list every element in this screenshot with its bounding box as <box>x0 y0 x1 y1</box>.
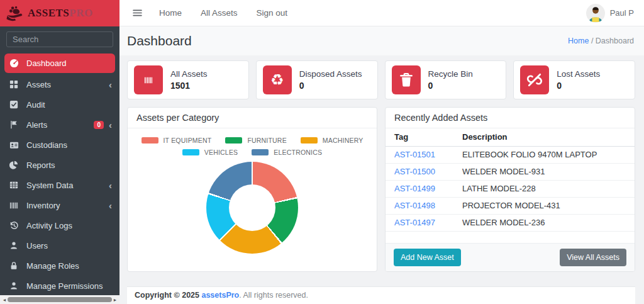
table-row: AST-01500WELDER MODEL-931 <box>386 164 635 181</box>
stat-label: All Assets <box>170 69 208 79</box>
unlink-icon <box>520 65 549 94</box>
hamburger-menu-icon[interactable] <box>132 8 143 18</box>
donut-chart <box>206 162 298 254</box>
nav-link-sign-out[interactable]: Sign out <box>257 8 288 18</box>
assets-per-category-panel: Assets per Category IT EQUIPMENTFURNITUR… <box>127 107 377 272</box>
donut-hole <box>229 184 275 231</box>
sidebar-item-label: Audit <box>26 100 45 110</box>
top-nav-links: HomeAll AssetsSign out <box>159 8 287 18</box>
sidebar-item-reports[interactable]: Reports <box>0 155 119 175</box>
legend-swatch <box>301 137 318 144</box>
donut-chart-wrap <box>128 156 377 271</box>
nav-link-all-assets[interactable]: All Assets <box>201 8 238 18</box>
legend-label: MACHINERY <box>323 137 364 144</box>
sidebar: ASSETSPRO DashboardAssets‹AuditAlerts0‹C… <box>0 0 119 304</box>
legend-label: ELECTRONICS <box>274 149 322 156</box>
legend-item-it-equipment: IT EQUIPMENT <box>142 137 212 144</box>
asset-description: PROJECTOR MODEL-431 <box>453 198 635 215</box>
hand-coins-logo-icon <box>6 5 24 21</box>
table-row: AST-01497WELDER MODEL-236 <box>386 215 635 232</box>
nav-link-home[interactable]: Home <box>159 8 182 18</box>
brand-name: ASSETSPRO <box>28 7 93 20</box>
recent-panel-footer: Add New Asset View All Assets <box>386 243 635 271</box>
scrollbar-thumb[interactable] <box>8 297 112 302</box>
sidebar-item-system-data[interactable]: System Data‹ <box>0 175 119 195</box>
stat-card-all-assets: All Assets1501 <box>127 60 249 99</box>
stat-label: Lost Assets <box>557 69 600 79</box>
add-new-asset-button[interactable]: Add New Asset <box>394 249 461 266</box>
sidebar-search <box>6 31 113 47</box>
sidebar-item-dashboard[interactable]: Dashboard <box>4 53 115 73</box>
asset-description: ELITEBOOK FOLIO 9470M LAPTOP <box>453 147 635 164</box>
stat-card-lost-assets: Lost Assets0 <box>513 60 635 99</box>
stat-value: 1501 <box>170 81 208 91</box>
sidebar-item-users[interactable]: Users <box>0 235 119 256</box>
stat-cards-row: All Assets1501♻Disposed Assets0Recycle B… <box>127 60 635 99</box>
sidebar-item-alerts[interactable]: Alerts0‹ <box>0 115 119 135</box>
asset-tag-link[interactable]: AST-01499 <box>386 181 453 198</box>
sidebar-horizontal-scrollbar[interactable]: ◄ ► <box>0 295 119 304</box>
chevron-left-icon: ‹ <box>109 201 112 210</box>
asset-tag-link[interactable]: AST-01501 <box>386 147 453 164</box>
col-header-tag: Tag <box>386 128 453 147</box>
recent-panel-title: Recently Added Assets <box>386 108 635 128</box>
table-icon <box>9 180 19 190</box>
legend-swatch <box>225 137 242 144</box>
page-footer: Copyright © 2025 assetsPro. All rights r… <box>127 286 635 304</box>
recent-assets-table: Tag Description AST-01501ELITEBOOK FOLIO… <box>386 128 635 232</box>
legend-label: VEHICLES <box>204 149 238 156</box>
user-menu[interactable]: Paul P <box>586 4 634 23</box>
top-navbar: HomeAll AssetsSign out Paul P <box>119 0 644 26</box>
view-all-assets-button[interactable]: View All Assets <box>560 249 626 266</box>
legend-item-vehicles: VEHICLES <box>182 149 238 156</box>
sidebar-item-label: System Data <box>26 181 73 190</box>
legend-swatch <box>142 137 158 144</box>
sidebar-item-inventory[interactable]: Inventory‹ <box>0 195 119 215</box>
sidebar-item-manage-roles[interactable]: Manage Roles <box>0 256 119 276</box>
chevron-left-icon: ‹ <box>109 80 112 89</box>
search-input[interactable] <box>7 32 113 47</box>
table-row: AST-01498PROJECTOR MODEL-431 <box>386 198 635 215</box>
content: All Assets1501♻Disposed Assets0Recycle B… <box>119 55 644 304</box>
chevron-left-icon: ‹ <box>109 120 112 130</box>
sidebar-item-audit[interactable]: Audit <box>0 94 119 115</box>
footer-brand-link[interactable]: assetsPro <box>201 291 239 300</box>
trash-icon <box>392 65 421 94</box>
asset-tag-link[interactable]: AST-01500 <box>386 164 453 181</box>
sidebar-item-custodians[interactable]: Custodians <box>0 135 119 155</box>
recently-added-assets-panel: Recently Added Assets Tag Description AS… <box>385 107 635 272</box>
check-square-icon <box>9 99 19 110</box>
barcode-icon <box>134 65 163 94</box>
avatar <box>586 4 605 23</box>
sidebar-item-activity-logs[interactable]: Activity Logs <box>0 215 119 235</box>
sidebar-item-label: Manage Permissions <box>26 281 103 291</box>
sidebar-menu: DashboardAssets‹AuditAlerts0‹CustodiansR… <box>0 52 119 296</box>
legend-swatch <box>252 149 269 155</box>
sidebar-item-assets[interactable]: Assets‹ <box>0 74 119 94</box>
stat-label: Recycle Bin <box>428 69 473 79</box>
legend-label: FURNITURE <box>247 137 286 144</box>
table-row: AST-01501ELITEBOOK FOLIO 9470M LAPTOP <box>386 147 635 164</box>
stat-value: 0 <box>557 81 600 91</box>
legend-item-furniture: FURNITURE <box>225 137 286 144</box>
table-row: AST-01499LATHE MODEL-228 <box>386 181 635 198</box>
scroll-right-arrow-icon[interactable]: ► <box>112 298 118 302</box>
asset-tag-link[interactable]: AST-01497 <box>386 215 453 232</box>
breadcrumb-current: Dashboard <box>596 37 634 45</box>
scroll-left-arrow-icon[interactable]: ◄ <box>1 298 8 302</box>
legend-label: IT EQUIPMENT <box>164 137 212 144</box>
asset-tag-link[interactable]: AST-01498 <box>386 198 453 215</box>
stat-card-disposed-assets: ♻Disposed Assets0 <box>256 60 378 99</box>
page-title: Dashboard <box>127 33 192 48</box>
stat-card-recycle-bin: Recycle Bin0 <box>385 60 507 99</box>
sidebar-item-manage-permissions[interactable]: Manage Permissions <box>0 276 119 296</box>
breadcrumb: Home / Dashboard <box>568 37 634 45</box>
brand-header[interactable]: ASSETSPRO <box>0 0 119 26</box>
legend-item-electronics: ELECTRONICS <box>252 149 322 156</box>
sidebar-item-label: Inventory <box>26 201 60 210</box>
breadcrumb-home-link[interactable]: Home <box>568 37 589 45</box>
pie-chart-icon <box>9 160 19 170</box>
recycle-icon: ♻ <box>263 65 292 94</box>
col-header-description: Description <box>453 128 635 147</box>
legend-item-machinery: MACHINERY <box>301 137 364 144</box>
